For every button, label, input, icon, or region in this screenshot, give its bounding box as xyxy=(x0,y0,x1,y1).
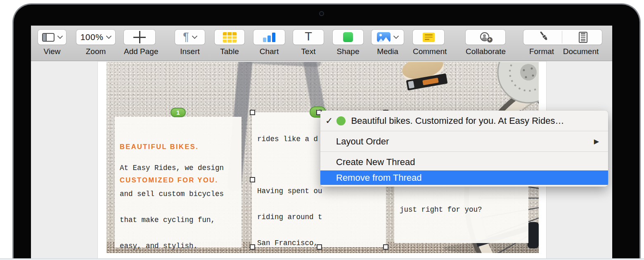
view-panels-icon xyxy=(42,33,54,42)
plus-icon xyxy=(133,31,146,43)
disc-brake-rotor xyxy=(498,62,539,103)
body-text: just right for you? You get one life. Ri… xyxy=(400,188,521,259)
comment-note-icon xyxy=(423,33,435,42)
submenu-arrow-icon: ▶ xyxy=(594,137,599,145)
menu-separator xyxy=(320,131,608,131)
thread-color-dot xyxy=(336,116,346,125)
chevron-down-icon xyxy=(106,33,111,38)
insert-button[interactable]: ¶ Insert xyxy=(175,30,205,56)
menu-item-create-new-thread[interactable]: Create New Thread xyxy=(320,154,608,170)
thread-badge-1[interactable]: 1 xyxy=(170,108,186,117)
chart-label: Chart xyxy=(253,47,285,56)
insert-label: Insert xyxy=(175,47,205,56)
page-background-strip xyxy=(0,258,644,260)
selection-handle-top-left[interactable] xyxy=(250,110,255,115)
bike-lane-marking xyxy=(243,62,322,67)
menu-item-remove-from-thread[interactable]: Remove from Thread xyxy=(320,170,608,185)
selection-handle-bottom-center[interactable] xyxy=(317,244,322,250)
collaborate-button[interactable]: + Collaborate xyxy=(466,30,505,56)
chevron-down-icon xyxy=(57,33,62,38)
text-button[interactable]: T Text xyxy=(293,30,324,56)
paintbrush-icon xyxy=(538,30,550,43)
text-box-1[interactable]: BEAUTIFUL BIKES. CUSTOMIZED FOR YOU. At … xyxy=(115,117,242,248)
selection-handle-bottom-left[interactable] xyxy=(250,244,255,250)
view-label: View xyxy=(38,47,66,56)
collaborate-label: Collaborate xyxy=(466,47,505,56)
comment-button[interactable]: Comment xyxy=(413,30,444,56)
add-page-button[interactable]: Add Page xyxy=(124,30,155,56)
checkmark-icon: ✓ xyxy=(325,116,333,126)
table-label: Table xyxy=(215,47,244,56)
format-label: Format xyxy=(523,47,560,56)
zoom-label: Zoom xyxy=(76,47,115,56)
format-button[interactable] xyxy=(538,30,550,44)
comment-label: Comment xyxy=(413,47,444,56)
document-label: Document xyxy=(560,47,602,56)
menu-item-layout-order[interactable]: Layout Order ▶ xyxy=(320,133,608,149)
collaborate-person-icon: + xyxy=(480,32,491,43)
zoom-value: 100% xyxy=(80,32,104,42)
divider xyxy=(562,31,562,43)
shape-button[interactable]: Shape xyxy=(333,30,363,56)
table-icon xyxy=(223,32,237,43)
body-text: At Easy Rides, we design and sell custom… xyxy=(120,147,237,259)
media-button[interactable]: Media xyxy=(372,30,404,56)
zoom-button[interactable]: 100% Zoom xyxy=(76,30,115,56)
chevron-down-icon xyxy=(393,33,399,38)
facetime-camera xyxy=(319,11,324,16)
bar-chart-icon xyxy=(263,32,275,42)
chart-button[interactable]: Chart xyxy=(253,30,285,56)
menu-separator xyxy=(320,151,608,152)
text-box-3[interactable]: just right for you? You get one life. Ri… xyxy=(394,185,528,243)
chevron-down-icon xyxy=(192,33,197,38)
thread-title-label: Beautiful bikes. Customized for you. At … xyxy=(351,116,564,126)
pages-toolbar: View 100% Zoom Add Page ¶ Insert xyxy=(31,26,612,61)
media-label: Media xyxy=(372,47,404,56)
format-document-group: Format Document xyxy=(523,30,602,56)
shape-square-icon xyxy=(343,32,353,42)
text-label: Text xyxy=(293,47,324,56)
table-button[interactable]: Table xyxy=(215,30,244,56)
shape-label: Shape xyxy=(333,47,363,56)
apple-marketing-canvas: View 100% Zoom Add Page ¶ Insert xyxy=(0,0,644,260)
add-page-label: Add Page xyxy=(124,47,155,56)
pages-app-screen: View 100% Zoom Add Page ¶ Insert xyxy=(31,26,612,259)
media-photo-icon xyxy=(377,32,391,42)
selection-handle-bottom-right[interactable] xyxy=(383,244,388,250)
selection-handle-mid-left[interactable] xyxy=(250,177,255,182)
thread-context-menu: ✓ Beautiful bikes. Customized for you. A… xyxy=(320,111,608,187)
view-button[interactable]: View xyxy=(38,30,66,56)
text-t-icon: T xyxy=(305,31,312,43)
document-icon xyxy=(579,32,587,43)
document-button[interactable] xyxy=(579,32,587,43)
menu-item-thread-title[interactable]: ✓ Beautiful bikes. Customized for you. A… xyxy=(320,113,608,129)
pilcrow-icon: ¶ xyxy=(183,31,189,43)
